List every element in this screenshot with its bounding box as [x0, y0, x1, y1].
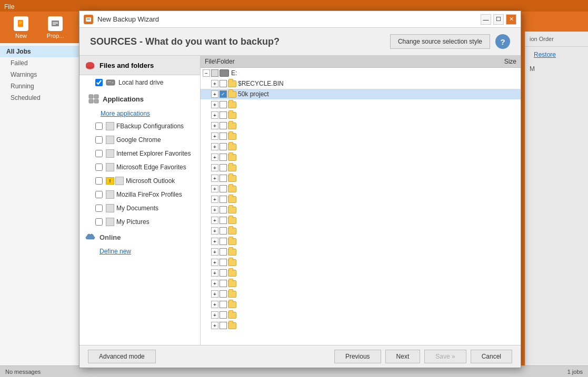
firefox-profiles-item[interactable]: Mozilla FireFox Profiles	[79, 188, 200, 201]
tree-row-13[interactable]: +	[201, 215, 521, 226]
check-10[interactable]	[220, 185, 227, 192]
tree-row-root[interactable]: − E:	[201, 68, 521, 78]
tree-row-10[interactable]: +	[201, 184, 521, 194]
check-12[interactable]	[220, 206, 227, 213]
files-and-folders-section[interactable]: Files and folders	[79, 56, 200, 75]
check-19[interactable]	[220, 280, 227, 287]
tree-row-50k[interactable]: + 50k project	[201, 89, 521, 99]
outlook-item[interactable]: ! Microsoft Outlook	[79, 174, 200, 188]
local-hard-drive-item[interactable]: Local hard drive	[79, 75, 200, 90]
expand-4[interactable]: +	[211, 122, 218, 129]
expand-22[interactable]: +	[211, 311, 218, 319]
tree-row-8[interactable]: +	[201, 162, 521, 173]
recycle-check[interactable]	[220, 80, 227, 87]
my-pictures-checkbox[interactable]	[95, 218, 103, 226]
tree-row-19[interactable]: +	[201, 278, 521, 289]
restore-button[interactable]: Restore	[530, 49, 584, 60]
edge-favorites-item[interactable]: Microsoft Edge Favorites	[79, 160, 200, 174]
local-hard-drive-checkbox[interactable]	[95, 79, 103, 86]
expand-19[interactable]: +	[211, 280, 218, 287]
expand-7[interactable]: +	[211, 154, 218, 161]
outlook-checkbox[interactable]	[95, 177, 103, 185]
expand-6[interactable]: +	[211, 143, 218, 150]
tree-row-15[interactable]: +	[201, 236, 521, 247]
firefox-profiles-checkbox[interactable]	[95, 191, 103, 198]
filter-warnings[interactable]: Warnings	[0, 69, 84, 80]
new-button[interactable]: New	[5, 13, 37, 42]
expand-18[interactable]: +	[211, 269, 218, 277]
more-applications-link[interactable]: More applications	[79, 108, 200, 119]
expand-12[interactable]: +	[211, 206, 218, 213]
applications-section[interactable]: Applications	[79, 90, 200, 108]
check-18[interactable]	[220, 269, 227, 277]
expand-3[interactable]: +	[211, 111, 218, 119]
tree-row-16[interactable]: +	[201, 247, 521, 257]
next-button[interactable]: Next	[385, 350, 421, 363]
expand-9[interactable]: +	[211, 175, 218, 182]
tree-row-6[interactable]: +	[201, 141, 521, 152]
expand-23[interactable]: +	[211, 322, 218, 329]
close-button[interactable]: ✕	[506, 14, 516, 25]
app-menu-file[interactable]: File	[4, 3, 14, 11]
root-expand[interactable]: −	[203, 69, 210, 77]
recycle-expand[interactable]: +	[211, 80, 218, 87]
check-5[interactable]	[220, 133, 227, 140]
save-button[interactable]: Save »	[424, 350, 466, 363]
expand-11[interactable]: +	[211, 196, 218, 203]
50k-expand[interactable]: +	[211, 90, 218, 98]
check-20[interactable]	[220, 290, 227, 298]
tree-row-recycle[interactable]: + $RECYCLE.BIN	[201, 78, 521, 89]
change-source-button[interactable]: Change source selection style	[390, 34, 490, 49]
ie-favorites-checkbox[interactable]	[95, 150, 103, 157]
tree-row-20[interactable]: +	[201, 289, 521, 299]
tree-row-4[interactable]: +	[201, 120, 521, 131]
check-22[interactable]	[220, 311, 227, 319]
my-documents-item[interactable]: My Documents	[79, 201, 200, 215]
filter-all-jobs[interactable]: All Jobs	[0, 46, 84, 57]
filter-running[interactable]: Running	[0, 80, 84, 92]
edge-favorites-checkbox[interactable]	[95, 164, 103, 171]
check-2[interactable]	[220, 101, 227, 108]
fbackup-configurations-item[interactable]: FBackup Configurations	[79, 119, 200, 133]
check-11[interactable]	[220, 196, 227, 203]
cancel-button[interactable]: Cancel	[471, 350, 512, 363]
check-13[interactable]	[220, 217, 227, 224]
root-check[interactable]	[211, 69, 218, 77]
expand-5[interactable]: +	[211, 133, 218, 140]
expand-8[interactable]: +	[211, 164, 218, 171]
expand-13[interactable]: +	[211, 217, 218, 224]
check-14[interactable]	[220, 227, 227, 235]
tree-row-5[interactable]: +	[201, 131, 521, 141]
tree-row-17[interactable]: +	[201, 257, 521, 268]
tree-row-22[interactable]: +	[201, 310, 521, 320]
advanced-mode-button[interactable]: Advanced mode	[88, 350, 156, 363]
tree-row-21[interactable]: +	[201, 299, 521, 310]
google-chrome-item[interactable]: Google Chrome	[79, 133, 200, 147]
expand-15[interactable]: +	[211, 238, 218, 245]
check-3[interactable]	[220, 111, 227, 119]
filter-scheduled[interactable]: Scheduled	[0, 92, 84, 104]
define-new-link[interactable]: Define new	[79, 246, 200, 257]
filter-failed[interactable]: Failed	[0, 57, 84, 69]
minimize-button[interactable]: —	[481, 14, 491, 25]
tree-row-9[interactable]: +	[201, 173, 521, 184]
tree-row-12[interactable]: +	[201, 205, 521, 215]
check-17[interactable]	[220, 259, 227, 266]
check-15[interactable]	[220, 238, 227, 245]
help-button[interactable]: ?	[495, 34, 510, 49]
previous-button[interactable]: Previous	[334, 350, 381, 363]
check-9[interactable]	[220, 175, 227, 182]
tree-row-7[interactable]: +	[201, 152, 521, 162]
expand-17[interactable]: +	[211, 259, 218, 266]
tree-row-14[interactable]: +	[201, 226, 521, 236]
maximize-button[interactable]: ☐	[493, 14, 504, 25]
tree-row-2[interactable]: +	[201, 99, 521, 110]
my-pictures-item[interactable]: My Pictures	[79, 215, 200, 229]
expand-20[interactable]: +	[211, 290, 218, 298]
my-documents-checkbox[interactable]	[95, 205, 103, 212]
google-chrome-checkbox[interactable]	[95, 136, 103, 144]
expand-16[interactable]: +	[211, 248, 218, 256]
tree-row-23[interactable]: +	[201, 320, 521, 331]
expand-21[interactable]: +	[211, 301, 218, 308]
check-4[interactable]	[220, 122, 227, 129]
